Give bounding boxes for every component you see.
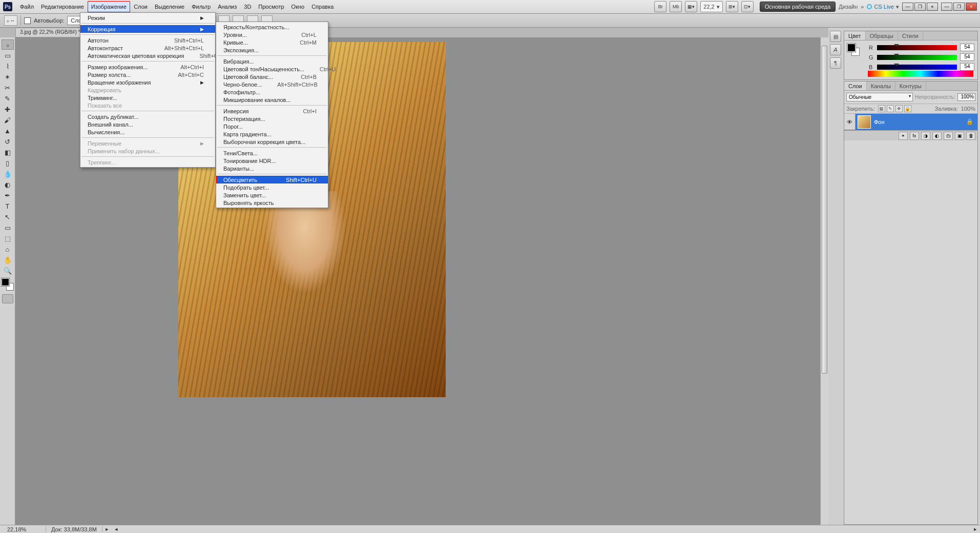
auto-select-checkbox[interactable] xyxy=(24,17,31,24)
r-value[interactable]: 54 xyxy=(960,44,974,51)
menu-item-инверсия[interactable]: ИнверсияCtrl+I xyxy=(216,107,328,115)
gradient-tool-icon[interactable]: ▯ xyxy=(2,158,14,168)
healing-tool-icon[interactable]: ✚ xyxy=(2,104,14,114)
quick-mask-icon[interactable] xyxy=(2,294,13,303)
move-tool-preset-icon[interactable]: ⬦↔ xyxy=(4,15,17,26)
menu-item-выровнять-яркость[interactable]: Выровнять яркость xyxy=(216,199,328,207)
quick-select-tool-icon[interactable]: ✶ xyxy=(2,72,14,82)
hscroll-left-icon[interactable]: ◂ xyxy=(112,526,121,532)
menu-item-варианты-[interactable]: Варианты... xyxy=(216,165,328,172)
menu-item-экспозиция-[interactable]: Экспозиция... xyxy=(216,46,328,54)
g-slider[interactable] xyxy=(877,55,957,60)
history-panel-icon[interactable]: ▤ xyxy=(830,31,841,42)
scrollbar-thumb[interactable] xyxy=(822,46,827,374)
menu-item-автоматическая-цветовая-коррекция[interactable]: Автоматическая цветовая коррекцияShift+C… xyxy=(80,52,215,59)
fill-value[interactable]: 100% xyxy=(961,106,975,112)
link-layers-icon[interactable]: ⚭ xyxy=(899,132,908,140)
screen-mode-icon[interactable]: ⊡▾ xyxy=(741,1,754,12)
document-tab[interactable]: 3.jpg @ 22,2% (RGB/8#) * xyxy=(15,28,90,37)
panel-swatch[interactable] xyxy=(847,44,860,56)
cslive-button[interactable]: CS Live▾ xyxy=(867,4,899,10)
tab-layers[interactable]: Слои xyxy=(844,81,867,90)
dodge-tool-icon[interactable]: ◐ xyxy=(2,179,14,190)
3d-tool-icon[interactable]: ⬚ xyxy=(2,233,14,243)
opacity-value[interactable]: 100% xyxy=(957,93,975,101)
move-tool-icon[interactable]: ⬦ xyxy=(2,39,14,50)
menu-item-автоконтраст[interactable]: АвтоконтрастAlt+Shift+Ctrl+L xyxy=(80,44,215,52)
hand-tool-icon[interactable]: ✋ xyxy=(2,255,14,265)
menu-item-яркость-контрастность-[interactable]: Яркость/Контрастность... xyxy=(216,23,328,31)
tab-styles[interactable]: Стили xyxy=(898,31,923,40)
history-brush-icon[interactable]: ↺ xyxy=(2,136,14,147)
menu-item-вращение-изображения[interactable]: Вращение изображения▶ xyxy=(80,78,215,86)
lock-all-icon[interactable]: 🔒 xyxy=(904,105,911,112)
zoom-tool-icon[interactable]: 🔍 xyxy=(2,265,14,276)
menu-item-размер-холста-[interactable]: Размер холста...Alt+Ctrl+C xyxy=(80,71,215,78)
tab-paths[interactable]: Контуры xyxy=(895,81,926,90)
3d-camera-icon[interactable]: ⌂ xyxy=(2,244,14,254)
menu-item-постеризация-[interactable]: Постеризация... xyxy=(216,115,328,122)
menu-file[interactable]: Файл xyxy=(16,1,37,12)
doc-minimize-icon[interactable]: — xyxy=(902,3,913,11)
menu-item-фотофильтр-[interactable]: Фотофильтр... xyxy=(216,88,328,96)
menu-edit[interactable]: Редактирование xyxy=(37,1,88,12)
launch-bridge-icon[interactable]: Br xyxy=(654,1,666,12)
eyedropper-tool-icon[interactable]: ✎ xyxy=(2,93,14,104)
app-restore-icon[interactable]: ❐ xyxy=(953,3,965,11)
menu-item-вибрация-[interactable]: Вибрация... xyxy=(216,57,328,65)
b-value[interactable]: 54 xyxy=(960,63,974,71)
tab-swatches[interactable]: Образцы xyxy=(866,31,898,40)
view-extras-icon[interactable]: ▦▾ xyxy=(685,1,697,12)
crop-tool-icon[interactable]: ✂ xyxy=(2,83,14,93)
menu-3d[interactable]: 3D xyxy=(240,1,255,12)
status-more-icon[interactable]: ▸ xyxy=(102,526,112,532)
hscroll-right-icon[interactable]: ▸ xyxy=(971,526,980,532)
menu-analysis[interactable]: Анализ xyxy=(214,1,240,12)
tab-color[interactable]: Цвет xyxy=(844,31,866,40)
lock-transparent-icon[interactable]: ▦ xyxy=(878,105,885,112)
delete-layer-icon[interactable]: 🗑 xyxy=(966,132,975,140)
menu-view[interactable]: Просмотр xyxy=(255,1,287,12)
mask-icon[interactable]: ◑ xyxy=(921,132,930,140)
spectrum-ramp[interactable] xyxy=(868,71,973,77)
menu-item-цветовой-баланс-[interactable]: Цветовой баланс...Ctrl+B xyxy=(216,73,328,80)
stamp-tool-icon[interactable]: ▲ xyxy=(2,126,14,136)
arrange-documents-icon[interactable]: ⊞▾ xyxy=(726,1,738,12)
menu-item-вычисления-[interactable]: Вычисления... xyxy=(80,128,215,136)
lock-pixels-icon[interactable]: ✎ xyxy=(887,105,894,112)
menu-item-внешний-канал-[interactable]: Внешний канал... xyxy=(80,120,215,128)
menu-item-выборочная-коррекция-цвета-[interactable]: Выборочная коррекция цвета... xyxy=(216,138,328,146)
menu-item-коррекция[interactable]: Коррекция▶ xyxy=(80,25,215,33)
menu-filter[interactable]: Фильтр xyxy=(188,1,214,12)
menu-image[interactable]: Изображение xyxy=(88,1,130,12)
menu-item-заменить-цвет-[interactable]: Заменить цвет... xyxy=(216,191,328,199)
r-slider[interactable] xyxy=(877,45,957,50)
adjustment-icon[interactable]: ◐ xyxy=(932,132,942,140)
layer-visibility-icon[interactable]: 👁 xyxy=(844,114,856,130)
blend-mode-combo[interactable]: Обычные xyxy=(846,93,913,101)
shape-tool-icon[interactable]: ▭ xyxy=(2,222,14,233)
app-close-icon[interactable]: × xyxy=(966,3,977,11)
zoom-combo[interactable]: 22,2▾ xyxy=(700,1,722,12)
menu-layer[interactable]: Слои xyxy=(130,1,151,12)
type-tool-icon[interactable]: T xyxy=(2,201,14,211)
menu-item-микширование-каналов-[interactable]: Микширование каналов... xyxy=(216,96,328,104)
status-doc-size[interactable]: Док: 33,8M/33,8M xyxy=(46,526,102,532)
menu-item-уровни-[interactable]: Уровни...Ctrl+L xyxy=(216,31,328,38)
color-swatch[interactable] xyxy=(2,278,14,291)
lasso-tool-icon[interactable]: ⌇ xyxy=(2,61,14,71)
menu-item-порог-[interactable]: Порог... xyxy=(216,122,328,130)
menu-item-тонирование-hdr-[interactable]: Тонирование HDR... xyxy=(216,157,328,165)
group-icon[interactable]: 🗀 xyxy=(944,132,953,140)
menu-item-подобрать-цвет-[interactable]: Подобрать цвет... xyxy=(216,183,328,191)
launch-minibridge-icon[interactable]: Mb xyxy=(670,1,682,12)
menu-item-создать-дубликат-[interactable]: Создать дубликат... xyxy=(80,113,215,120)
fx-icon[interactable]: fx xyxy=(910,132,919,140)
eraser-tool-icon[interactable]: ◧ xyxy=(2,147,14,157)
menu-item-черно-белое-[interactable]: Черно-белое...Alt+Shift+Ctrl+B xyxy=(216,80,328,88)
workspace-design[interactable]: Дизайн xyxy=(839,4,858,10)
menu-item-режим[interactable]: Режим▶ xyxy=(80,14,215,22)
b-slider[interactable] xyxy=(877,65,957,70)
vertical-scrollbar[interactable] xyxy=(820,37,828,525)
status-zoom[interactable]: 22,18% xyxy=(0,526,46,532)
